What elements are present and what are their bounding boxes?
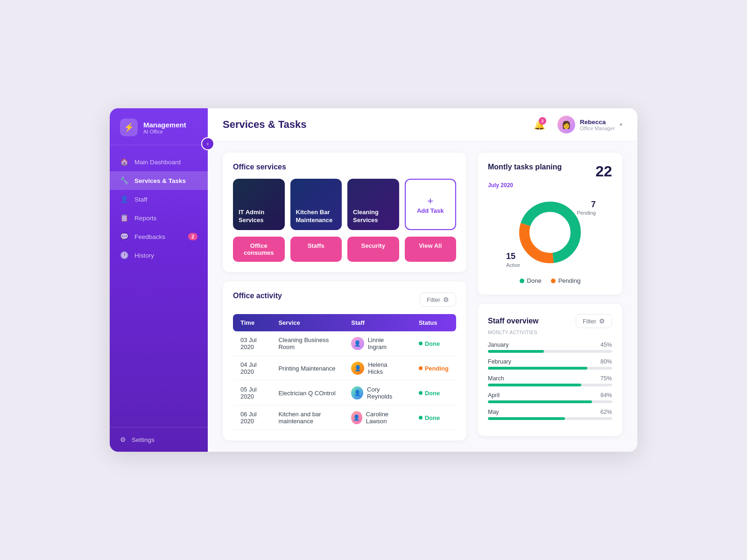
month-pct: 84% — [600, 392, 612, 399]
month-row-may: May 62% — [488, 409, 612, 420]
app-window: ⚡ Management At Office ‹ 🏠 Main Dashboar… — [110, 108, 637, 452]
cell-status: Done — [411, 331, 456, 356]
add-task-card[interactable]: +Add Task — [405, 179, 457, 230]
notification-badge: 2 — [539, 117, 546, 125]
pill-btn-2[interactable]: Security — [347, 237, 399, 262]
month-name: May — [488, 409, 499, 415]
cell-status: Done — [411, 406, 456, 430]
staff-avatar: 👤 — [351, 386, 363, 399]
sidebar-item-staff[interactable]: 👤 Staff — [110, 190, 208, 209]
month-row-march: March 75% — [488, 375, 612, 386]
progress-track — [488, 384, 612, 386]
done-dot — [520, 279, 524, 283]
pending-dot — [551, 279, 556, 283]
settings-label: Settings — [132, 436, 155, 443]
notification-button[interactable]: 🔔 2 — [531, 116, 548, 133]
service-card-0[interactable]: IT Admin Services — [233, 179, 285, 230]
month-pct: 80% — [600, 358, 612, 365]
month-name: February — [488, 358, 511, 365]
brand-subtitle: At Office — [143, 129, 186, 134]
table-row: 03 Jul 2020 Cleaning Business Room 👤 Lin… — [233, 331, 456, 356]
sidebar-item-reports[interactable]: 📋 Reports — [110, 209, 208, 227]
chevron-down-icon: ▾ — [620, 121, 622, 128]
month-pct: 75% — [600, 375, 612, 382]
sidebar-item-main-dashboard[interactable]: 🏠 Main Dashboard — [110, 153, 208, 171]
activity-title: Office activity — [233, 292, 282, 300]
col-service: Service — [271, 314, 344, 331]
tasks-count: 22 — [595, 163, 612, 180]
pending-label: Pending — [577, 210, 596, 216]
staff-name: Cory Reynolds — [367, 386, 404, 400]
add-icon: + — [427, 195, 433, 207]
progress-fill — [488, 367, 587, 370]
progress-track — [488, 417, 612, 420]
service-card-2[interactable]: Cleaning Services — [347, 179, 399, 230]
sidebar-item-feedbacks[interactable]: 💬 Feedbacks 2 — [110, 227, 208, 246]
month-pct: 62% — [600, 409, 612, 415]
sidebar-item-settings[interactable]: ⚙ Settings — [120, 436, 197, 443]
filter-label: Filter — [427, 296, 440, 303]
pill-btn-0[interactable]: Office consumes — [233, 237, 285, 262]
cell-time: 06 Jul 2020 — [233, 406, 271, 430]
office-services-title: Office services — [233, 163, 456, 171]
month-row-january: January 45% — [488, 342, 612, 353]
month-name: April — [488, 392, 500, 399]
sidebar-item-history[interactable]: 🕐 History — [110, 246, 208, 265]
staff-overview-title: Staff overview — [488, 317, 538, 325]
page-title: Services & Tasks — [223, 119, 306, 131]
activity-table: Time Service Staff Status 03 Jul 2020 Cl… — [233, 314, 456, 430]
status-dot — [419, 391, 423, 395]
monthly-tasks-card: Montly tasks planing 22 July 2020 — [478, 153, 622, 294]
content-area: Office services IT Admin ServicesKitchen… — [208, 141, 637, 452]
staff-icon: 👤 — [120, 195, 129, 203]
main-dashboard-label: Main Dashboard — [134, 159, 181, 166]
progress-fill — [488, 417, 565, 420]
tasks-date: July 2020 — [488, 182, 612, 189]
reports-icon: 📋 — [120, 214, 129, 222]
active-count: 15 — [506, 252, 515, 261]
pill-btn-3[interactable]: View All — [405, 237, 457, 262]
staff-filter-icon: ⚙ — [599, 317, 605, 325]
user-name: Rebecca — [580, 119, 615, 126]
active-label: Active — [506, 262, 520, 268]
staff-overview-header: Staff overview Filter ⚙ — [488, 314, 612, 328]
cell-status: Pending — [411, 356, 456, 381]
tasks-title: Montly tasks planing — [488, 163, 562, 171]
cell-service: Cleaning Business Room — [271, 331, 344, 356]
staff-label: Staff — [134, 196, 148, 203]
services-tasks-label: Services & Tasks — [134, 177, 186, 184]
progress-track — [488, 350, 612, 353]
pending-legend-label: Pending — [558, 277, 581, 284]
tasks-header: Montly tasks planing 22 — [488, 163, 612, 180]
status-dot — [419, 366, 423, 370]
month-bars: January 45% February 80% March 75% April… — [488, 342, 612, 420]
staff-name: Linnie Ingram — [368, 336, 404, 350]
cell-staff: 👤 Linnie Ingram — [344, 331, 411, 356]
service-card-1[interactable]: Kitchen Bar Maintenance — [290, 179, 342, 230]
right-panel: Montly tasks planing 22 July 2020 — [478, 153, 622, 441]
office-activity-card: Office activity Filter ⚙ Time Service St… — [223, 281, 466, 441]
header-right: 🔔 2 👩 Rebecca Office Manager ▾ — [531, 116, 622, 133]
col-time: Time — [233, 314, 271, 331]
sidebar-item-services-tasks[interactable]: 🔧 Services & Tasks — [110, 171, 208, 190]
pill-btn-1[interactable]: Staffs — [290, 237, 342, 262]
progress-track — [488, 400, 612, 403]
services-tasks-icon: 🔧 — [120, 176, 129, 185]
top-header: Services & Tasks 🔔 2 👩 Rebecca Office Ma… — [208, 108, 637, 141]
donut-chart-container: 15 Active 7 Pending — [513, 195, 587, 270]
staff-avatar: 👤 — [351, 337, 364, 350]
filter-icon: ⚙ — [443, 296, 449, 303]
cell-staff: 👤 Caroline Lawson — [344, 406, 411, 430]
feedbacks-icon: 💬 — [120, 232, 129, 241]
cell-time: 04 Jul 2020 — [233, 356, 271, 381]
sidebar-toggle-button[interactable]: ‹ — [201, 137, 214, 150]
office-services-card: Office services IT Admin ServicesKitchen… — [223, 153, 466, 272]
settings-icon: ⚙ — [120, 436, 126, 443]
month-pct: 45% — [600, 342, 612, 348]
left-panel: Office services IT Admin ServicesKitchen… — [223, 153, 466, 441]
staff-avatar: 👤 — [351, 362, 364, 375]
staff-filter-button[interactable]: Filter ⚙ — [576, 314, 612, 328]
activity-filter-button[interactable]: Filter ⚙ — [420, 293, 456, 307]
user-menu[interactable]: 👩 Rebecca Office Manager ▾ — [557, 116, 622, 133]
staff-name: Caroline Lawson — [366, 411, 404, 425]
